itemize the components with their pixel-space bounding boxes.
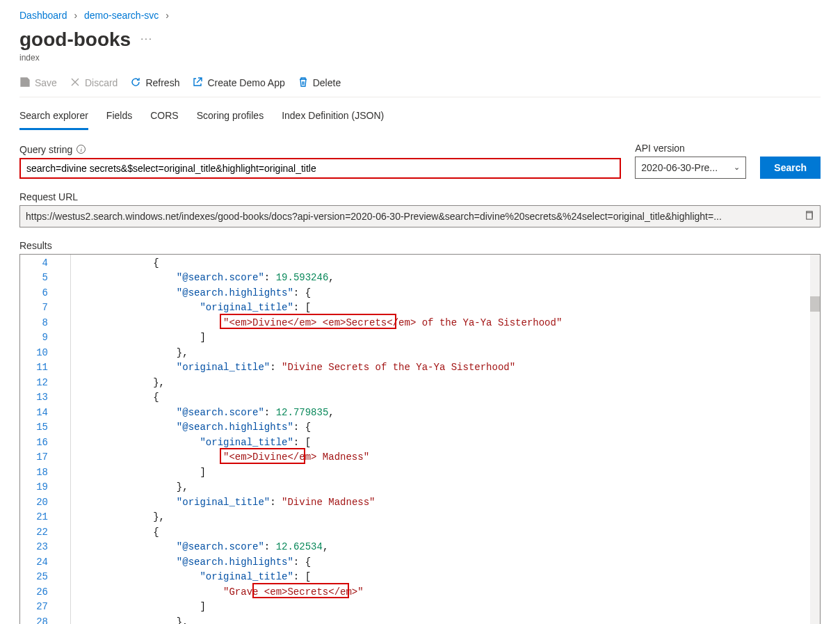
api-version-select[interactable]: 2020-06-30-Pre... ⌄ — [635, 157, 746, 179]
chevron-right-icon: › — [165, 10, 169, 21]
delete-button[interactable]: Delete — [298, 77, 341, 90]
create-demo-label: Create Demo App — [207, 77, 284, 88]
save-label: Save — [35, 77, 57, 88]
api-version-label: API version — [635, 143, 685, 154]
page-subtitle: index — [19, 53, 821, 63]
editor-gutter: 4567891011121314151617181920212223242526… — [20, 255, 54, 624]
api-version-value: 2020-06-30-Pre... — [641, 162, 718, 173]
request-url-label: Request URL — [19, 191, 821, 202]
chevron-down-icon: ⌄ — [734, 163, 740, 172]
external-link-icon — [192, 77, 203, 90]
breadcrumb-service[interactable]: demo-search-svc — [84, 10, 159, 21]
page-title: good-books — [19, 28, 131, 51]
editor-code: { "@search.score": 19.593246, "@search.h… — [106, 255, 820, 624]
search-button[interactable]: Search — [760, 157, 821, 179]
request-url-box: https://westus2.search.windows.net/index… — [19, 205, 821, 227]
tab-search-explorer[interactable]: Search explorer — [19, 104, 88, 130]
trash-icon — [298, 77, 309, 90]
svg-rect-0 — [807, 212, 812, 218]
request-url-value: https://westus2.search.windows.net/index… — [26, 211, 798, 222]
tabs: Search explorer Fields CORS Scoring prof… — [19, 97, 821, 130]
more-menu-icon[interactable]: ··· — [140, 33, 153, 47]
tab-index-definition[interactable]: Index Definition (JSON) — [282, 104, 384, 130]
results-editor[interactable]: 4567891011121314151617181920212223242526… — [19, 254, 821, 624]
breadcrumb-dashboard[interactable]: Dashboard — [19, 10, 67, 21]
close-icon — [70, 77, 81, 90]
save-icon — [19, 77, 31, 90]
query-string-input[interactable] — [19, 158, 621, 179]
refresh-button[interactable]: Refresh — [130, 77, 179, 90]
create-demo-button[interactable]: Create Demo App — [192, 77, 284, 90]
tab-cors[interactable]: CORS — [150, 104, 178, 130]
chevron-right-icon: › — [74, 10, 77, 21]
refresh-label: Refresh — [145, 77, 179, 88]
delete-label: Delete — [313, 77, 341, 88]
tab-scoring-profiles[interactable]: Scoring profiles — [197, 104, 264, 130]
refresh-icon — [130, 77, 141, 90]
tab-fields[interactable]: Fields — [106, 104, 132, 130]
toolbar: Save Discard Refresh Create Demo App Del… — [19, 63, 821, 97]
save-button: Save — [19, 77, 57, 90]
editor-minimap-scrollbar[interactable] — [810, 255, 820, 624]
discard-label: Discard — [85, 77, 118, 88]
discard-button: Discard — [70, 77, 118, 90]
breadcrumb: Dashboard › demo-search-svc › — [19, 7, 821, 28]
query-string-label: Query string — [19, 144, 72, 155]
results-label: Results — [19, 240, 821, 251]
info-icon[interactable]: i — [76, 145, 86, 154]
copy-icon[interactable] — [804, 210, 814, 223]
